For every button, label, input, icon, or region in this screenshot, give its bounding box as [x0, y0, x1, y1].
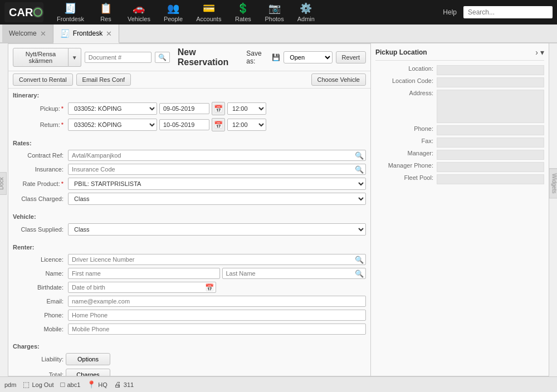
pickup-location-header: Pickup Location › ▾ [375, 48, 544, 61]
tab-welcome[interactable]: Welcome ✕ [2, 24, 53, 42]
vehicle-section: Vehicle: Class Supplied: Class [8, 210, 370, 241]
tab-frontdesk[interactable]: 🧾 Frontdesk ✕ [53, 24, 119, 43]
tab-frontdesk-icon: 🧾 [60, 29, 70, 38]
admin-icon: ⚙️ [300, 2, 312, 14]
panel-fax-field-label: Fax: [375, 138, 437, 144]
panel-fleet-pool-value [437, 174, 544, 184]
pickup-time-select[interactable]: 12:00 [227, 102, 266, 115]
charges-header: Charges: [8, 340, 370, 351]
res-icon: 📋 [100, 2, 112, 14]
save-section: Save as: 💾 Open Quote Reserved Revert [246, 50, 366, 65]
birthdate-input-group: 📅 [68, 282, 216, 293]
contract-search-icon[interactable]: 🔍 [355, 151, 364, 160]
status-terminal-value: 311 [124, 381, 134, 388]
contract-ref-label: Contract Ref: [13, 152, 66, 159]
location-field-label: Location: [375, 65, 437, 72]
panel-fax-row: Fax: [375, 138, 544, 148]
location-value [437, 65, 544, 75]
rates-form: Contract Ref: 🔍 Insurance: 🔍 Rate Produc… [8, 148, 370, 210]
last-name-input[interactable] [222, 268, 367, 279]
email-res-conf-button[interactable]: Email Res Conf [76, 74, 131, 86]
sub-toolbar: Convert to Rental Email Res Conf Choose … [8, 71, 370, 89]
tab-frontdesk-close[interactable]: ✕ [106, 30, 112, 38]
panel-prev-icon[interactable]: › [535, 48, 538, 57]
return-calendar-icon[interactable]: 📅 [212, 118, 225, 131]
phone-input[interactable] [68, 310, 366, 321]
search-input[interactable] [463, 6, 553, 18]
status-bar: pdm ⬚ Log Out □ abc1 📍 HQ 🖨 311 [0, 376, 557, 392]
choose-vehicle-button[interactable]: Choose Vehicle [311, 74, 366, 86]
return-date-input[interactable] [159, 119, 209, 130]
class-charged-select[interactable]: Class [68, 193, 366, 205]
accounts-icon: 💳 [203, 2, 215, 14]
insurance-input-group: 🔍 [68, 164, 366, 175]
help-label[interactable]: Help [443, 8, 457, 16]
options-button[interactable]: Options [66, 353, 110, 365]
panel-manager-value [437, 150, 544, 160]
licence-input-group: 🔍 [68, 254, 366, 265]
convert-to-rental-button[interactable]: Convert to Rental [13, 74, 73, 86]
rate-product-select[interactable]: PBIL: STARTPRISLISTA [68, 178, 366, 190]
insurance-input[interactable] [68, 164, 366, 175]
birthdate-input[interactable] [68, 282, 216, 293]
name-search-icon[interactable]: 🔍 [355, 270, 364, 278]
page-title: New Reservation [178, 47, 238, 67]
birthdate-calendar-icon[interactable]: 📅 [205, 283, 214, 292]
nav-res-label: Res [100, 16, 111, 22]
insurance-search-icon[interactable]: 🔍 [355, 165, 364, 174]
class-supplied-row: Class Supplied: Class [13, 223, 366, 236]
return-time-select[interactable]: 12:00 [227, 119, 266, 131]
contract-ref-row: Contract Ref: 🔍 [13, 150, 366, 161]
save-as-select[interactable]: Open Quote Reserved [284, 51, 332, 63]
document-search-button[interactable]: 🔍 [155, 52, 170, 63]
nytt-rensa-group: Nytt/Rensa skärmen ▼ [13, 48, 81, 67]
panel-manager-field-label: Manager: [375, 150, 437, 156]
email-input[interactable] [68, 296, 366, 307]
nav-vehicles[interactable]: 🚗 Vehicles [122, 0, 156, 24]
nav-res[interactable]: 📋 Res [92, 0, 120, 24]
birthdate-row: Birthdate: 📅 [13, 282, 366, 293]
nytt-rensa-button[interactable]: Nytt/Rensa skärmen [13, 48, 69, 67]
panel-collapse-icon[interactable]: ▾ [540, 48, 544, 57]
licence-row: Licence: 🔍 [13, 254, 366, 265]
tab-welcome-close[interactable]: ✕ [40, 30, 46, 38]
tab-frontdesk-label: Frontdesk [73, 30, 102, 37]
nav-photos[interactable]: 📷 Photos [259, 0, 289, 24]
return-date-group: 📅 12:00 [159, 118, 266, 131]
insurance-label: Insurance: [13, 166, 66, 173]
logout-label[interactable]: Log Out [32, 381, 53, 388]
status-logout[interactable]: ⬚ Log Out [23, 380, 53, 389]
phone-row: Phone: [13, 310, 366, 321]
licence-search-icon[interactable]: 🔍 [355, 256, 364, 264]
pickup-location-select[interactable]: 033052: KÖPING [68, 102, 157, 115]
app-logo[interactable]: CARS [4, 2, 43, 22]
rate-product-label: Rate Product: [13, 180, 66, 187]
left-panel: Nytt/Rensa skärmen ▼ 🔍 New Reservation S… [8, 43, 371, 376]
nav-admin[interactable]: ⚙️ Admin [292, 0, 320, 24]
pickup-label: Pickup: [13, 105, 66, 112]
renter-form: Licence: 🔍 Name: 🔍 Birthdate: [8, 252, 370, 340]
nav-frontdesk[interactable]: 🧾 Frontdesk [51, 0, 90, 24]
nav-people-label: People [164, 16, 183, 22]
nav-people[interactable]: 👥 People [158, 0, 188, 24]
mobile-input[interactable] [68, 324, 366, 335]
nav-rates[interactable]: 💲 Rates [229, 0, 257, 24]
return-location-select[interactable]: 033052: KÖPING [68, 119, 157, 131]
class-supplied-select[interactable]: Class [68, 223, 366, 236]
pickup-date-input[interactable] [159, 103, 209, 114]
class-charged-label: Class Charged: [13, 195, 66, 202]
nav-accounts[interactable]: 💳 Accounts [190, 0, 227, 24]
location-code-row: Location Code: [375, 77, 544, 87]
contract-ref-input[interactable] [68, 150, 366, 161]
renter-header: Renter: [8, 241, 370, 252]
vehicles-icon: 🚗 [133, 2, 145, 14]
first-name-input[interactable] [68, 268, 220, 279]
itinerary-header: Itinerary: [8, 89, 370, 100]
charges-button[interactable]: Charges [66, 369, 110, 376]
revert-button[interactable]: Revert [336, 51, 366, 63]
pickup-calendar-icon[interactable]: 📅 [212, 102, 225, 115]
licence-input[interactable] [68, 254, 366, 265]
email-label: Email: [13, 298, 66, 305]
document-number-input[interactable] [85, 52, 152, 63]
nytt-rensa-dropdown[interactable]: ▼ [69, 48, 81, 67]
